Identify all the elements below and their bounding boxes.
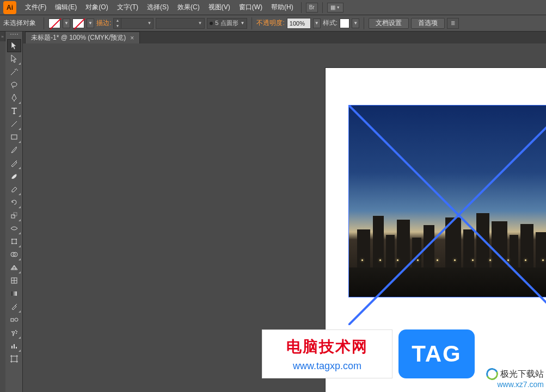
tool-paintbrush[interactable] <box>7 144 21 157</box>
tool-lasso[interactable] <box>7 78 21 91</box>
tool-mesh[interactable] <box>7 274 21 287</box>
tool-pencil[interactable] <box>7 157 21 170</box>
tool-scale[interactable] <box>7 209 21 222</box>
svg-point-15 <box>16 331 17 332</box>
watermark-tagxp: 电脑技术网 www.tagxp.com <box>262 329 392 378</box>
tool-rotate[interactable] <box>7 196 21 209</box>
chevron-down-icon: ▼ <box>336 5 340 9</box>
watermark-tag-badge: TAG <box>398 329 475 378</box>
spinner[interactable]: ▲▼ <box>114 18 121 29</box>
svg-point-4 <box>11 239 13 240</box>
tool-blend[interactable] <box>7 313 21 326</box>
brush-definition[interactable]: 5 点圆形 ▼ <box>207 18 247 29</box>
svg-rect-2 <box>14 213 17 216</box>
tool-symbol-sprayer[interactable] <box>7 326 21 339</box>
panel-menu-button[interactable]: ≣ <box>447 18 459 29</box>
svg-point-6 <box>11 243 13 244</box>
menu-help[interactable]: 帮助(H) <box>267 1 298 14</box>
tool-gradient[interactable] <box>7 287 21 300</box>
stroke-swatch[interactable] <box>72 18 84 28</box>
document-tab-title: 未标题-1* @ 100% (CMYK/预览) <box>31 33 126 42</box>
svg-line-22 <box>348 105 546 325</box>
grid-icon: ▦ <box>330 4 335 10</box>
opacity-dropdown[interactable]: ▼ <box>313 18 321 28</box>
brush-definition-label: 5 点圆形 <box>215 19 238 27</box>
menu-object[interactable]: 对象(O) <box>81 1 112 14</box>
menu-window[interactable]: 窗口(W) <box>235 1 267 14</box>
tool-eyedropper[interactable] <box>7 300 21 313</box>
tool-rectangle[interactable] <box>7 130 21 144</box>
menu-file[interactable]: 文件(F) <box>21 1 51 14</box>
svg-point-14 <box>15 330 16 331</box>
tool-direct-selection[interactable] <box>7 52 21 65</box>
svg-point-16 <box>16 333 17 334</box>
watermark-xz7: 极光下载站 www.xz7.com <box>486 368 544 389</box>
svg-rect-20 <box>11 356 17 362</box>
control-bar: 未选择对象 ▼ ▼ 描边: ▲▼ ▼ ▼ 5 点圆形 ▼ 不透明度: 100% … <box>0 15 546 32</box>
tool-free-transform[interactable] <box>7 235 21 248</box>
workspace: » 未标题-1* @ 100% (CMYK/预览) <box>0 32 546 392</box>
stroke-label[interactable]: 描边: <box>96 18 111 28</box>
fill-swatch[interactable] <box>48 18 60 28</box>
menu-type[interactable]: 文字(T) <box>113 1 143 14</box>
svg-rect-11 <box>11 291 17 296</box>
variable-width-profile[interactable]: ▼ <box>156 18 205 29</box>
app-logo: Ai <box>3 1 16 14</box>
tool-artboard[interactable] <box>7 352 21 365</box>
svg-line-21 <box>348 105 546 325</box>
watermark-tagxp-title: 电脑技术网 <box>286 337 368 357</box>
menu-edit[interactable]: 编辑(E) <box>51 1 81 14</box>
panel-collapse-toggle[interactable]: » <box>0 32 5 41</box>
graphic-style-swatch[interactable] <box>340 18 349 28</box>
svg-point-7 <box>16 243 17 244</box>
panel-grip[interactable] <box>7 34 22 38</box>
menu-view[interactable]: 视图(V) <box>204 1 235 14</box>
menu-select[interactable]: 选择(S) <box>143 1 173 14</box>
dot-icon <box>210 22 213 25</box>
tool-selection[interactable] <box>7 39 21 52</box>
tool-eraser[interactable] <box>7 183 21 196</box>
svg-rect-0 <box>11 135 17 139</box>
arrange-docs-button[interactable]: ▦▼ <box>327 3 343 13</box>
none-icon <box>49 19 60 28</box>
none-icon <box>73 19 84 28</box>
document-tab-row: 未标题-1* @ 100% (CMYK/预览) × <box>23 32 546 43</box>
watermark-tag-text: TAG <box>412 341 462 367</box>
tool-column-graph[interactable] <box>7 339 21 352</box>
tool-perspective-grid[interactable] <box>7 261 21 274</box>
watermark-xz7-url: www.xz7.com <box>486 380 544 389</box>
svg-rect-17 <box>11 346 13 349</box>
tool-shape-builder[interactable] <box>7 248 21 261</box>
svg-point-13 <box>15 318 18 321</box>
document-tab[interactable]: 未标题-1* @ 100% (CMYK/预览) × <box>25 32 140 43</box>
graphic-style-dropdown[interactable]: ▼ <box>352 18 359 28</box>
link-diagonals <box>348 105 546 325</box>
swirl-icon <box>484 366 500 382</box>
tool-line-segment[interactable] <box>7 117 21 130</box>
menu-icon: ≣ <box>451 20 455 26</box>
separator <box>301 2 302 13</box>
stroke-weight-field[interactable]: ▲▼ ▼ <box>113 18 154 29</box>
bridge-button[interactable]: Br <box>306 3 318 13</box>
menu-bar: Ai 文件(F) 编辑(E) 对象(O) 文字(T) 选择(S) 效果(C) 视… <box>0 0 546 15</box>
separator <box>251 17 252 29</box>
tool-blob-brush[interactable] <box>7 170 21 183</box>
tool-magic-wand[interactable] <box>7 65 21 78</box>
stroke-dropdown[interactable]: ▼ <box>87 18 94 28</box>
canvas[interactable]: 电脑技术网 www.tagxp.com TAG 极光下载站 www.xz7.co… <box>23 43 546 392</box>
tool-width[interactable] <box>7 222 21 235</box>
chevron-down-icon[interactable]: ▼ <box>145 21 153 26</box>
svg-rect-1 <box>11 215 15 218</box>
menu-effect[interactable]: 效果(C) <box>173 1 204 14</box>
placed-image[interactable] <box>348 105 546 297</box>
fill-dropdown[interactable]: ▼ <box>63 18 70 28</box>
svg-rect-3 <box>12 239 16 244</box>
tool-pen[interactable] <box>7 91 21 104</box>
tool-type[interactable] <box>7 104 21 117</box>
document-setup-button[interactable]: 文档设置 <box>369 18 409 29</box>
preferences-button[interactable]: 首选项 <box>411 18 445 29</box>
opacity-label[interactable]: 不透明度: <box>256 18 284 28</box>
close-icon[interactable]: × <box>130 34 134 42</box>
opacity-field[interactable]: 100% <box>287 18 311 29</box>
separator <box>322 2 323 13</box>
